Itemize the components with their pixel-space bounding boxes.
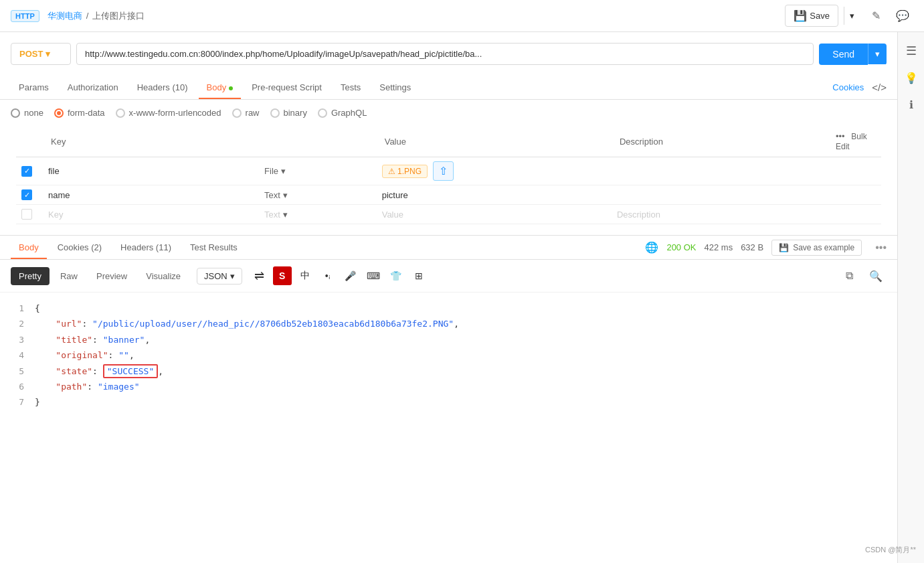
response-more-button[interactable]: ••• [875,242,887,254]
radio-none[interactable]: none [11,108,43,118]
tab-headers[interactable]: Headers (10) [129,76,196,99]
row2-type-select[interactable]: Text ▾ [264,190,371,200]
s-icon[interactable]: S [273,266,292,285]
row1-checkbox-cell: ✓ [16,157,43,185]
response-format-bar: Pretty Raw Preview Visualize JSON ▾ ⇌ S … [0,260,897,293]
row1-file-badge: ⚠ 1.PNG [382,165,428,178]
line-code-7: } [35,394,887,410]
comment-icon-btn[interactable]: 💬 [892,5,913,27]
row3-more-cell [828,205,881,224]
zh-icon[interactable]: 中 [296,266,314,285]
line-num-6: 6 [11,379,24,394]
json-line-5: 5 "state": "SUCCESS", [11,364,887,379]
json-val-path: "images" [98,382,140,392]
radio-urlencoded[interactable]: x-www-form-urlencoded [116,108,221,118]
table-row: Text ▾ [16,205,881,224]
form-data-table: Key Value Description ••• Bulk Edit [16,126,881,224]
response-section: Body Cookies (2) Headers (11) Test Resul… [0,235,897,418]
keyboard-icon[interactable]: ⌨ [364,266,383,285]
row2-checkbox[interactable]: ✓ [21,189,32,200]
row3-key-input[interactable] [48,210,254,220]
copy-icon-btn[interactable]: ⧉ [838,265,860,287]
dot-icon[interactable]: •ᵢ [318,266,337,285]
row1-type-select[interactable]: File ▾ [264,166,371,176]
line-num-2: 2 [11,316,24,331]
send-button[interactable]: Send [819,44,868,65]
row3-desc-cell [612,205,828,224]
tab-settings[interactable]: Settings [371,76,419,99]
row2-type-label: Text [264,190,280,200]
line-num-4: 4 [11,347,24,363]
search-icon-btn[interactable]: 🔍 [865,265,887,287]
tab-body[interactable]: Body [199,76,242,99]
json-line-6: 6 "path": "images" [11,379,887,394]
row3-type-select[interactable]: Text ▾ [264,210,371,220]
row1-desc-cell [612,157,828,185]
row2-value-display[interactable]: picture [382,190,408,200]
row1-checkbox[interactable]: ✓ [21,166,32,177]
code-btn[interactable]: </> [872,82,887,93]
json-format-select[interactable]: JSON ▾ [197,268,242,285]
format-tab-raw[interactable]: Raw [52,267,86,285]
response-tab-body[interactable]: Body [11,236,47,259]
more-icon[interactable]: ••• [836,131,845,141]
radio-none-label: none [24,108,43,118]
save-dropdown-arrow[interactable]: ▾ [844,7,860,25]
radio-binary-circle [270,108,280,118]
tab-authorization[interactable]: Authorization [60,76,126,99]
response-tab-headers[interactable]: Headers (11) [112,236,179,259]
radio-binary[interactable]: binary [270,108,307,118]
format-tab-visualize[interactable]: Visualize [138,267,189,285]
row3-checkbox[interactable] [21,209,32,220]
row1-key-input[interactable] [48,166,254,176]
tab-tests[interactable]: Tests [333,76,369,99]
mic-icon[interactable]: 🎤 [341,266,360,285]
row2-key-input[interactable] [48,190,254,200]
url-input[interactable] [76,43,814,65]
response-size: 632 B [741,242,763,252]
row3-desc-input[interactable] [617,210,822,220]
globe-icon: 🌐 [645,241,658,254]
format-tab-pretty[interactable]: Pretty [11,267,50,285]
right-panel-menu-icon[interactable]: ☰ [901,40,922,62]
response-tab-cookies[interactable]: Cookies (2) [50,236,110,259]
radio-form-data[interactable]: form-data [54,108,105,118]
row1-type-cell: File ▾ [259,157,377,185]
wrap-icon[interactable]: ⇌ [250,266,269,285]
json-key-state: "state" [56,366,92,376]
response-status: 🌐 200 OK 422 ms 632 B 💾 Save as example … [645,240,887,256]
send-dropdown-arrow[interactable]: ▾ [868,44,887,64]
line-num-5: 5 [11,364,24,379]
right-panel: ☰ 💡 ℹ [897,32,924,563]
request-tabs: Params Authorization Headers (10) Body P… [0,76,897,100]
save-example-button[interactable]: 💾 Save as example [771,240,862,256]
th-key: Key [43,126,259,157]
radio-raw[interactable]: raw [232,108,260,118]
method-select[interactable]: POST ▾ [11,43,71,65]
line-code-2: "url": "/public/upload/user//head_pic//8… [35,316,887,331]
row2-checkmark: ✓ [24,191,30,199]
row3-type-cell: Text ▾ [259,205,377,224]
breadcrumb-parent[interactable]: 华测电商 [48,10,82,22]
response-right-icons: ⧉ 🔍 [838,265,887,287]
tab-pre-request[interactable]: Pre-request Script [244,76,330,99]
save-button-group[interactable]: 💾 Save [785,5,838,27]
json-line-2: 2 "url": "/public/upload/user//head_pic/… [11,316,887,331]
right-panel-info-icon[interactable]: ℹ [901,94,922,115]
radio-urlencoded-label: x-www-form-urlencoded [129,108,221,118]
shirt-icon[interactable]: 👕 [387,266,405,285]
format-tab-preview[interactable]: Preview [88,267,135,285]
row2-checkbox-cell: ✓ [16,185,43,205]
cookies-link[interactable]: Cookies [832,82,864,92]
tab-params[interactable]: Params [11,76,57,99]
radio-graphql[interactable]: GraphQL [318,108,367,118]
response-tab-test-results[interactable]: Test Results [182,236,246,259]
edit-icon-btn[interactable]: ✎ [865,5,887,27]
row1-upload-btn[interactable]: ⇧ [433,161,454,181]
breadcrumb-current: 上传图片接口 [92,10,145,22]
row3-value-input[interactable] [382,210,606,220]
save-icon: 💾 [779,243,789,252]
grid-icon[interactable]: ⊞ [409,266,428,285]
right-panel-bulb-icon[interactable]: 💡 [901,67,922,88]
row1-more-cell [828,157,881,185]
